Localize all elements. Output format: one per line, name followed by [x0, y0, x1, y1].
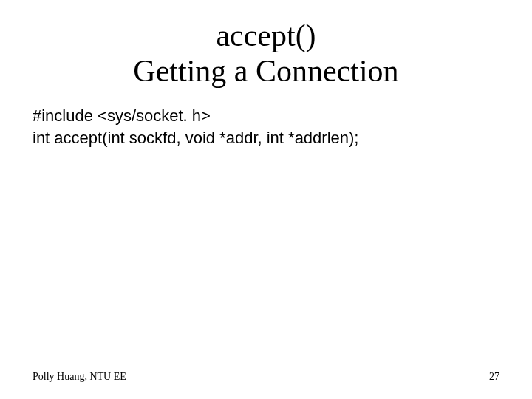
title-line-1: accept() [216, 18, 316, 52]
slide-title: accept() Getting a Connection [0, 18, 532, 89]
footer-author: Polly Huang, NTU EE [33, 371, 126, 383]
slide-body: #include <sys/socket. h> int accept(int … [33, 105, 502, 149]
code-line-2: int accept(int sockfd, void *addr, int *… [33, 127, 502, 149]
slide: accept() Getting a Connection #include <… [0, 0, 532, 399]
title-line-2: Getting a Connection [133, 54, 398, 88]
footer-page-number: 27 [489, 371, 499, 383]
code-line-1: #include <sys/socket. h> [33, 105, 502, 127]
